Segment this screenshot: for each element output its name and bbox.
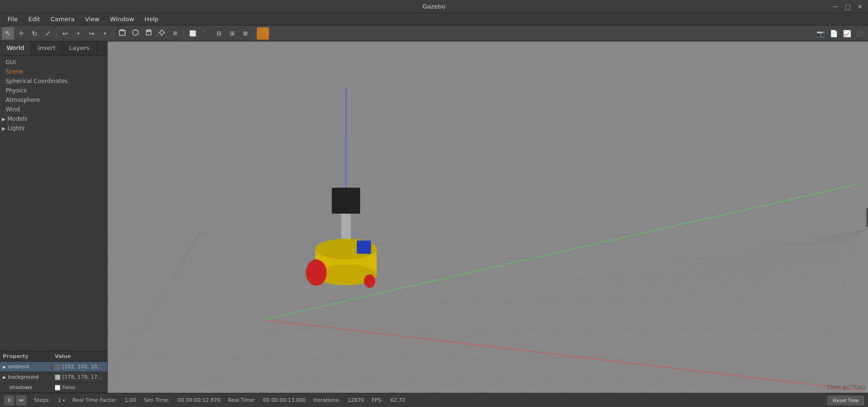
close-button[interactable]: ✕ [856, 2, 864, 11]
tree-item-scene[interactable]: Scene [0, 67, 107, 76]
prop-row-background[interactable]: ▶ background [178, 178, 17... [0, 372, 107, 382]
real-time-value: 00 00:00:13.000 [259, 397, 310, 403]
titlebar: Gazebo ─ □ ✕ [0, 0, 868, 13]
svg-rect-0 [119, 31, 125, 35]
tab-layers[interactable]: Layers [63, 42, 97, 55]
measure-button[interactable]: ⊠ [239, 27, 252, 40]
menu-file[interactable]: File [3, 15, 23, 24]
models-expand-icon: ▶ [2, 116, 6, 122]
menu-window[interactable]: Window [105, 15, 139, 24]
screenshot-icon: 📷 [817, 30, 825, 37]
light-tool-button[interactable] [156, 27, 168, 40]
prop-value-ambient: [102, 102, 10... [52, 364, 107, 370]
fps-value: 62.72 [387, 397, 409, 403]
world-tree: GUI Scene Spherical Coordinates Physics … [0, 56, 107, 351]
property-panel: Property Value ▶ ambient [102, 102, 10..… [0, 351, 107, 393]
plot-button[interactable]: 📈 [841, 27, 853, 40]
watermark: CSDN @江TQAO [827, 384, 865, 391]
sep4 [254, 28, 254, 39]
prop-name-background: ▶ background [0, 374, 52, 380]
prop-value-background: [178, 178, 17... [52, 374, 107, 380]
step-icon: ⏭ [19, 397, 24, 403]
tree-item-lights[interactable]: ▶Lights [0, 124, 107, 133]
redo-dropdown-button[interactable]: ▾ [99, 27, 111, 40]
undo-dropdown-icon: ▾ [77, 31, 80, 36]
maximize-button[interactable]: □ [843, 2, 852, 11]
redo-icon: ↪ [89, 30, 94, 37]
prop-name-ambient: ▶ ambient [0, 364, 52, 370]
screenshot-button[interactable]: 📷 [814, 27, 826, 40]
tab-world[interactable]: World [0, 42, 31, 55]
plot-icon: 📈 [843, 30, 851, 37]
snap-button[interactable]: ⊞ [226, 27, 238, 40]
minimize-button[interactable]: ─ [831, 2, 840, 11]
app-title: Gazebo [422, 3, 446, 10]
tree-item-spherical-coordinates[interactable]: Spherical Coordinates [0, 76, 107, 86]
redo-button[interactable]: ↪ [85, 27, 98, 40]
menu-view[interactable]: View [80, 15, 104, 24]
light-icon [158, 29, 166, 38]
sphere-icon [132, 29, 139, 38]
statusbar: ⏸ ⏭ Steps: 1 ▾ Real Time Factor: 1.00 Si… [0, 393, 868, 407]
tree-item-models[interactable]: ▶Models [0, 114, 107, 124]
prop-row-ambient[interactable]: ▶ ambient [102, 102, 10... [0, 362, 107, 372]
shadows-swatch [55, 385, 60, 390]
real-time-label: Real Time: [224, 397, 259, 403]
main-area: World Insert Layers GUI Scene Spherical … [0, 42, 868, 393]
svg-point-3 [133, 30, 138, 35]
svg-rect-44 [332, 188, 360, 214]
paste-icon: ⬛ [202, 30, 210, 37]
svg-rect-11 [108, 42, 868, 393]
sim-time-value: 00 00:00:12.870 [174, 397, 224, 403]
cylinder-tool-button[interactable] [143, 27, 155, 40]
box-icon [118, 29, 126, 38]
iterations-label: Iterations: [310, 397, 344, 403]
record-button[interactable]: 🎥 [854, 27, 866, 40]
log-button[interactable]: 📄 [827, 27, 840, 40]
scale-tool-button[interactable]: ⤢ [42, 27, 54, 40]
undo-dropdown-button[interactable]: ▾ [72, 27, 84, 40]
steps-value[interactable]: 1 ▾ [54, 397, 68, 403]
select-tool-button[interactable]: ↖ [2, 27, 14, 40]
pause-button[interactable]: ⏸ [4, 395, 14, 406]
undo-button[interactable]: ↩ [59, 27, 71, 40]
3d-viewport[interactable]: .grid-line { stroke: #777; stroke-width:… [108, 42, 868, 393]
tree-item-physics[interactable]: Physics [0, 86, 107, 95]
tree-item-atmosphere[interactable]: Atmosphere [0, 95, 107, 105]
tree-item-gui[interactable]: GUI [0, 58, 107, 67]
sep2 [113, 28, 114, 39]
real-time-factor-label: Real Time Factor: [69, 397, 121, 403]
mesh-tool-button[interactable]: ⊞ [169, 27, 181, 40]
panel-resize-handle[interactable] [866, 208, 868, 227]
orange-btn[interactable] [257, 27, 269, 40]
menubar: File Edit Camera View Window Help [0, 13, 868, 25]
reset-time-button[interactable]: Reset Time [827, 396, 864, 405]
translate-icon: ✛ [19, 30, 24, 37]
align-button[interactable]: ⊟ [213, 27, 225, 40]
step-button[interactable]: ⏭ [16, 395, 26, 406]
menu-help[interactable]: Help [140, 15, 163, 24]
tab-insert[interactable]: Insert [31, 42, 62, 55]
svg-point-51 [364, 274, 375, 288]
paste-button[interactable]: ⬛ [200, 27, 212, 40]
rotate-tool-button[interactable]: ↻ [28, 27, 41, 40]
sphere-tool-button[interactable] [129, 27, 142, 40]
redo-dropdown-icon: ▾ [104, 31, 106, 36]
menu-edit[interactable]: Edit [24, 15, 45, 24]
rotate-icon: ↻ [32, 30, 37, 37]
sep3 [184, 28, 184, 39]
tree-item-wind[interactable]: Wind [0, 105, 107, 114]
measure-icon: ⊠ [243, 30, 248, 37]
menu-camera[interactable]: Camera [46, 15, 79, 24]
viewport-grid: .grid-line { stroke: #777; stroke-width:… [108, 42, 868, 393]
translate-tool-button[interactable]: ✛ [15, 27, 27, 40]
prop-name-shadows: shadows [0, 384, 52, 390]
pause-icon: ⏸ [7, 397, 12, 403]
copy-button[interactable]: ⬜ [186, 27, 199, 40]
prop-row-shadows[interactable]: shadows False [0, 382, 107, 393]
window-controls: ─ □ ✕ [831, 2, 864, 11]
box-tool-button[interactable] [116, 27, 128, 40]
svg-point-50 [306, 259, 327, 286]
undo-icon: ↩ [62, 30, 68, 37]
steps-label: Steps: [30, 397, 54, 403]
